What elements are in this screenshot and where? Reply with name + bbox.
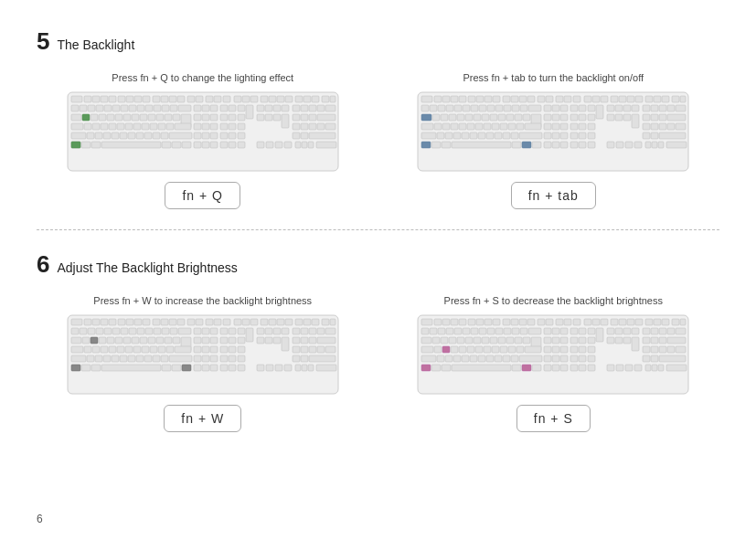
- svg-rect-171: [546, 96, 553, 102]
- svg-rect-401: [84, 346, 91, 353]
- svg-rect-3: [92, 96, 100, 102]
- svg-rect-572: [579, 346, 586, 353]
- svg-rect-582: [453, 355, 461, 362]
- svg-rect-616: [634, 365, 642, 371]
- svg-rect-217: [421, 114, 431, 121]
- svg-rect-66: [115, 114, 122, 121]
- svg-rect-447: [91, 365, 101, 371]
- svg-rect-154: [316, 142, 336, 148]
- svg-rect-605: [522, 365, 531, 371]
- svg-rect-75: [194, 114, 201, 121]
- svg-rect-125: [194, 132, 201, 139]
- svg-rect-397: [301, 337, 308, 344]
- svg-rect-591: [544, 355, 551, 362]
- svg-rect-545: [579, 337, 586, 344]
- svg-rect-322: [161, 319, 168, 325]
- svg-rect-531: [457, 337, 464, 344]
- svg-rect-369: [309, 328, 316, 334]
- svg-rect-478: [519, 319, 527, 325]
- svg-rect-364: [265, 328, 272, 334]
- svg-rect-135: [81, 142, 91, 148]
- svg-rect-71: [156, 114, 164, 121]
- svg-rect-309: [658, 142, 664, 148]
- svg-rect-426: [95, 355, 102, 362]
- svg-rect-274: [470, 132, 477, 139]
- svg-rect-73: [173, 114, 180, 121]
- svg-rect-279: [511, 132, 518, 139]
- svg-rect-113: [71, 132, 86, 139]
- svg-rect-567: [525, 346, 541, 353]
- svg-rect-176: [592, 96, 600, 102]
- svg-rect-100: [166, 123, 174, 130]
- section-5-number: 5: [37, 27, 49, 56]
- svg-rect-86: [301, 114, 308, 121]
- svg-rect-298: [552, 142, 559, 148]
- svg-rect-391: [238, 337, 245, 344]
- svg-rect-276: [486, 132, 494, 139]
- svg-rect-327: [206, 319, 213, 325]
- svg-rect-428: [112, 355, 119, 362]
- svg-rect-462: [295, 365, 301, 371]
- svg-rect-395: [282, 337, 289, 351]
- svg-rect-151: [295, 142, 301, 148]
- svg-rect-501: [454, 328, 462, 334]
- svg-rect-65: [107, 114, 114, 121]
- svg-rect-170: [538, 96, 545, 102]
- svg-rect-346: [104, 328, 112, 334]
- svg-rect-161: [459, 96, 466, 102]
- svg-rect-251: [475, 123, 483, 130]
- svg-rect-350: [137, 328, 144, 334]
- svg-rect-107: [238, 123, 245, 130]
- svg-rect-565: [508, 346, 516, 353]
- svg-rect-555: [421, 346, 433, 353]
- svg-rect-349: [129, 328, 136, 334]
- svg-rect-618: [652, 365, 657, 371]
- svg-rect-80: [238, 114, 245, 121]
- svg-rect-91: [92, 123, 100, 130]
- svg-rect-399: [317, 337, 335, 344]
- svg-rect-550: [632, 337, 639, 351]
- svg-rect-485: [584, 319, 591, 325]
- svg-rect-592: [552, 355, 559, 362]
- svg-rect-575: [651, 346, 658, 353]
- svg-rect-505: [487, 328, 495, 334]
- svg-rect-571: [570, 346, 578, 353]
- svg-rect-235: [579, 114, 586, 121]
- svg-rect-573: [588, 346, 595, 353]
- svg-rect-95: [125, 123, 133, 130]
- svg-rect-418: [238, 346, 245, 353]
- svg-rect-127: [210, 132, 218, 139]
- svg-rect-20: [242, 96, 250, 102]
- svg-rect-140: [182, 142, 191, 148]
- section-5-header: 5 The Backlight: [37, 27, 719, 56]
- svg-rect-38: [129, 105, 136, 111]
- svg-rect-560: [467, 346, 474, 353]
- section-divider: [37, 229, 719, 230]
- svg-rect-199: [520, 105, 527, 111]
- svg-rect-458: [257, 365, 264, 371]
- svg-rect-153: [308, 142, 314, 148]
- svg-rect-611: [579, 365, 586, 371]
- svg-rect-215: [667, 105, 675, 111]
- svg-rect-459: [266, 365, 273, 371]
- svg-rect-301: [579, 142, 586, 148]
- caption-fn-w: Press fn + W to increase the backlight b…: [93, 295, 312, 306]
- svg-rect-120: [136, 132, 144, 139]
- svg-rect-383: [165, 337, 172, 344]
- svg-rect-521: [632, 328, 639, 334]
- svg-rect-502: [463, 328, 470, 334]
- svg-rect-266: [659, 123, 666, 130]
- svg-rect-444: [309, 355, 335, 362]
- svg-rect-310: [666, 142, 687, 148]
- svg-rect-22: [261, 96, 268, 102]
- svg-rect-558: [451, 346, 458, 353]
- svg-rect-421: [309, 346, 316, 353]
- svg-rect-609: [560, 365, 568, 371]
- svg-rect-529: [441, 337, 448, 344]
- svg-rect-323: [169, 319, 176, 325]
- svg-rect-68: [132, 114, 139, 121]
- svg-rect-441: [238, 355, 245, 362]
- svg-rect-185: [672, 96, 679, 102]
- svg-rect-538: [515, 337, 522, 344]
- svg-rect-436: [194, 355, 201, 362]
